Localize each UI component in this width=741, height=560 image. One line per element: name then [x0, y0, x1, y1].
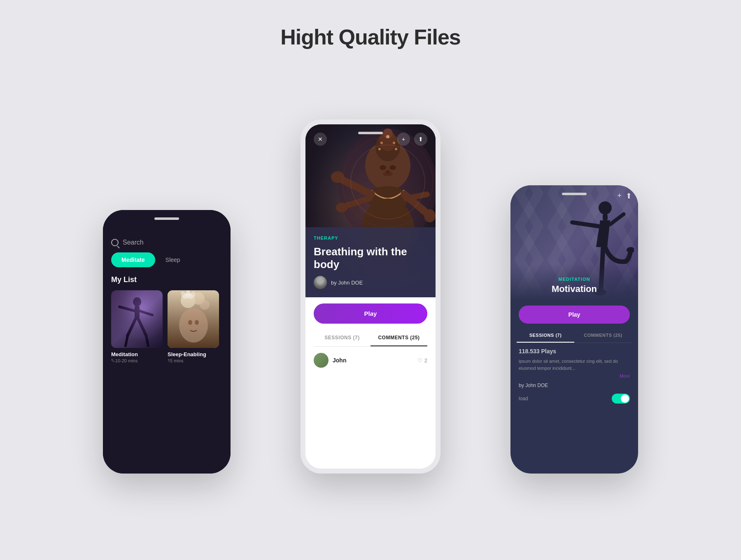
- card2-subtitle: 15 mins: [168, 358, 219, 363]
- phone-left: Search Meditate Sleep My List: [103, 210, 231, 474]
- motivation-title: Motivation: [523, 284, 626, 294]
- svg-line-6: [138, 318, 146, 336]
- meditation-label: MEDITATION: [517, 277, 632, 282]
- svg-line-51: [610, 214, 624, 224]
- card1-subtitle: 5-10-20 mins: [111, 358, 163, 363]
- svg-line-4: [140, 311, 152, 315]
- svg-line-7: [126, 336, 128, 346]
- svg-point-48: [599, 201, 612, 215]
- list-item-meditation[interactable]: Meditation 5-10-20 mins: [111, 290, 163, 363]
- svg-rect-10: [168, 290, 219, 348]
- svg-line-5: [128, 318, 136, 336]
- phone-center: ✕ + ⬆ THERAPY Breathing with the body by…: [301, 119, 440, 474]
- right-tab-comments[interactable]: COMMENTS (25): [574, 329, 632, 343]
- phone-right: + ⬆ MEDITATION Motivation Play SESSIONS …: [510, 185, 638, 474]
- tab-bar: Meditate Sleep: [111, 252, 222, 267]
- svg-point-30: [378, 148, 381, 150]
- toggle-row: load: [510, 390, 638, 407]
- comment-avatar: [314, 353, 329, 368]
- right-hero-controls: + ⬆: [617, 191, 632, 201]
- right-by-author: by John DOE: [510, 380, 638, 390]
- right-tab-sessions[interactable]: SESSIONS (7): [517, 329, 574, 343]
- therapy-card: THERAPY Breathing with the body by John …: [305, 227, 436, 297]
- svg-point-16: [180, 290, 188, 300]
- svg-point-35: [386, 170, 389, 173]
- search-icon: [111, 239, 119, 246]
- phone-right-screen: + ⬆ MEDITATION Motivation Play SESSIONS …: [510, 185, 638, 474]
- svg-point-19: [195, 320, 199, 325]
- hero-image: ✕ + ⬆ THERAPY Breathing with the body by…: [305, 124, 436, 297]
- play-button[interactable]: Play: [314, 303, 427, 324]
- svg-point-41: [331, 171, 344, 183]
- load-text: load: [519, 396, 528, 401]
- svg-point-13: [200, 300, 210, 310]
- hero-controls: ✕ + ⬆: [305, 133, 436, 146]
- svg-point-14: [186, 290, 191, 299]
- svg-point-31: [395, 148, 397, 150]
- card2-title: Sleep-Enabling: [168, 351, 219, 357]
- sessions-tabs: SESSIONS (7) COMMENTS (25): [314, 330, 427, 347]
- svg-point-15: [188, 290, 196, 300]
- svg-line-3: [119, 307, 135, 311]
- right-sessions-tabs: SESSIONS (7) COMMENTS (25): [517, 329, 632, 343]
- phone-center-speaker: [358, 132, 383, 134]
- tab-meditate[interactable]: Meditate: [111, 252, 155, 267]
- svg-rect-2: [135, 306, 140, 318]
- svg-point-43: [336, 203, 347, 212]
- tab-sleep[interactable]: Sleep: [159, 252, 186, 267]
- svg-rect-49: [603, 214, 608, 220]
- tab-sessions[interactable]: SESSIONS (7): [314, 330, 370, 346]
- phone-left-screen: Search Meditate Sleep My List: [103, 210, 231, 474]
- share-button[interactable]: ⬆: [414, 133, 427, 146]
- meditation-thumbnail: [111, 290, 163, 348]
- search-bar[interactable]: Search: [111, 239, 222, 246]
- author-row: by John DOE: [314, 276, 427, 289]
- likes-count: 2: [424, 357, 427, 364]
- right-hero: + ⬆ MEDITATION Motivation: [510, 185, 638, 301]
- author-name: by John DOE: [331, 280, 363, 286]
- add-button[interactable]: +: [397, 133, 410, 146]
- content-title: Breathing with the body: [314, 245, 427, 271]
- svg-point-54: [627, 247, 634, 253]
- description-text: ipsum dolor sit amet, consectetur cing e…: [510, 355, 638, 371]
- svg-point-12: [192, 292, 205, 305]
- list-items: Meditation 5-10-20 mins: [111, 290, 222, 363]
- page-title: Hight Quality Files: [280, 25, 461, 49]
- svg-rect-9: [168, 290, 219, 348]
- svg-line-40: [406, 194, 427, 198]
- phone-center-screen: ✕ + ⬆ THERAPY Breathing with the body by…: [305, 124, 436, 469]
- right-share-button[interactable]: ⬆: [626, 191, 632, 201]
- svg-point-17: [179, 308, 208, 343]
- list-item-sleep[interactable]: Sleep-Enabling 15 mins: [168, 290, 219, 363]
- comment-user-row: John: [314, 353, 346, 368]
- svg-point-11: [181, 293, 196, 308]
- phone-right-speaker: [562, 193, 587, 195]
- svg-point-18: [188, 320, 192, 325]
- more-link[interactable]: More: [510, 371, 638, 380]
- comment-row: John ♡ 2: [305, 347, 436, 368]
- category-label: THERAPY: [314, 236, 427, 240]
- close-button[interactable]: ✕: [314, 133, 327, 146]
- my-list-title: My List: [111, 275, 222, 284]
- svg-rect-0: [111, 290, 163, 348]
- svg-line-8: [146, 336, 148, 346]
- plays-count: 118.533 Plays: [510, 343, 638, 355]
- hero-right-buttons: + ⬆: [397, 133, 427, 146]
- heart-icon: ♡: [417, 357, 422, 364]
- phone-left-speaker: [154, 217, 179, 220]
- sleep-thumbnail: [168, 290, 219, 348]
- tab-comments[interactable]: COMMENTS (25): [370, 330, 427, 346]
- toggle-knob: [621, 394, 629, 403]
- phones-container: Search Meditate Sleep My List: [82, 82, 659, 474]
- toggle-switch[interactable]: [612, 394, 630, 404]
- svg-point-32: [380, 165, 386, 170]
- svg-point-33: [389, 165, 396, 170]
- right-play-button[interactable]: Play: [519, 306, 630, 324]
- svg-point-1: [133, 297, 141, 306]
- comment-likes: ♡ 2: [417, 357, 427, 364]
- comment-user-name: John: [333, 357, 346, 364]
- svg-line-50: [572, 222, 600, 226]
- card1-title: Meditation: [111, 351, 163, 357]
- right-add-button[interactable]: +: [617, 191, 622, 201]
- author-avatar: [314, 276, 327, 289]
